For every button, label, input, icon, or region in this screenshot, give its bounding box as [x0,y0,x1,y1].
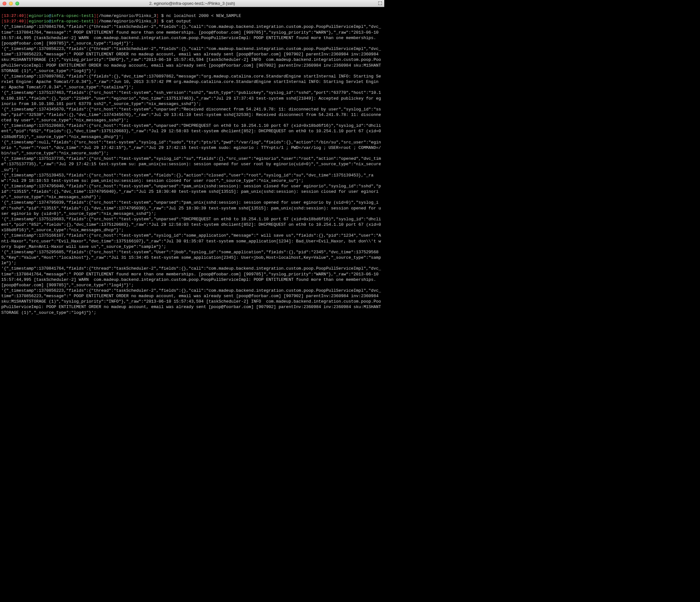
command-1: nc localhost 2000 < NEW_SAMPLE [166,14,241,18]
window-titlebar: 2. eginorio@infra-opsec-test1:~/Plinko_3… [0,0,384,7]
terminal-output[interactable]: [13:27:40][eginorio@infra-opsec-test1][/… [0,7,384,318]
zoom-icon[interactable] [15,2,19,5]
prompt-line-2: [13:27:40][eginorio@infra-opsec-test1][/… [1,19,191,24]
window-title: 2. eginorio@infra-opsec-test1:~/Plinko_3… [0,1,384,6]
minimize-icon[interactable] [9,2,13,5]
prompt-line-1: [13:27:40][eginorio@infra-opsec-test1][/… [1,14,241,18]
fullscreen-icon[interactable] [378,1,382,5]
output-block: '{"_timestamp":1370841764,"fields":{"thr… [1,24,381,315]
close-icon[interactable] [3,2,6,5]
command-2: cat output [166,19,191,24]
window-controls [3,2,19,5]
